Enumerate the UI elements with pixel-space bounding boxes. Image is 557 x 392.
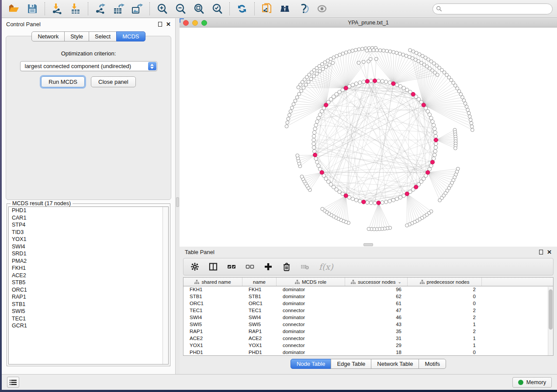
list-icon [10,379,17,385]
split-panel-button[interactable] [209,262,218,271]
tab-style[interactable]: Style [64,31,89,41]
delete-column-button[interactable] [282,262,291,271]
save-session-button[interactable] [25,2,39,16]
table-row[interactable]: RAP1RAP1dominator352 [183,328,553,335]
table-panel-tabs: Node TableEdge TableNetwork TableMotifs [180,359,557,369]
export-table-button[interactable] [112,2,126,16]
column-header-shared-name[interactable]: shared name [183,278,242,286]
table-row[interactable]: ACE2ACE2connector311 [183,335,553,342]
mcds-result-item[interactable]: PMA2 [9,258,168,265]
mcds-result-item[interactable]: ORC1 [9,286,168,294]
mcds-result-item[interactable]: STP4 [9,221,168,229]
maximize-window-icon[interactable] [201,20,207,26]
table-row[interactable]: YOX1YOX1connector291 [183,342,553,349]
tab-network-table[interactable]: Network Table [371,359,419,369]
table-cell: 47 [345,307,408,314]
mcds-result-item[interactable]: ACE2 [9,272,168,279]
export-image-icon [131,3,143,14]
function-builder-button[interactable]: f(x) [319,262,333,272]
table-row[interactable]: PHD1PHD1dominator180 [183,349,553,356]
optimization-criterion-select[interactable]: largest connected component (undirected) [20,61,157,71]
hide-selected-button[interactable] [297,2,311,16]
zoom-out-button[interactable] [173,2,187,16]
table-cell: 1 [408,321,482,328]
vertical-splitter-handle[interactable] [176,197,179,207]
table-scrollbar[interactable] [548,287,553,355]
add-column-button[interactable] [264,262,273,271]
show-panel-menu-button[interactable] [7,377,19,388]
tab-edge-table[interactable]: Edge Table [331,359,371,369]
hide-selected-icon [298,3,309,14]
zoom-fit-button[interactable] [192,2,206,16]
mcds-result-item[interactable]: STB5 [9,279,168,286]
mcds-result-item[interactable]: TID3 [9,229,168,236]
table-row[interactable]: SWI5SWI5connector431 [183,321,553,328]
save-floppy-icon [27,3,38,14]
open-session-button[interactable] [7,2,21,16]
float-table-panel-icon[interactable] [539,250,543,254]
search-input[interactable] [432,3,553,14]
mcds-result-item[interactable]: SWI5 [9,308,168,315]
deselect-all-rows-button[interactable] [246,262,254,271]
mcds-list-scrollbar[interactable] [163,207,168,364]
zoom-in-button[interactable] [155,2,169,16]
network-canvas[interactable] [180,28,557,247]
table-cell: 31 [345,335,408,342]
run-mcds-button[interactable]: Run MCDS [41,76,85,87]
minimize-window-icon[interactable] [192,20,198,26]
column-header-name[interactable]: name [242,278,277,286]
table-row[interactable]: STB1STB1dominator620 [183,293,553,300]
mcds-result-item[interactable]: TEC1 [9,315,168,323]
mcds-result-list[interactable]: PHD1CAR1STP4TID3YOX1SWI4SRD1PMA2FKH1ACE2… [8,206,169,364]
close-panel-button[interactable]: Close panel [91,76,136,87]
column-header-filler [482,278,553,286]
table-options-button[interactable] [190,262,199,271]
first-neighbors-button[interactable] [278,2,292,16]
status-bar: Memory [2,374,557,390]
tab-network[interactable]: Network [31,31,65,41]
table-row[interactable]: FKH1FKH1dominator962 [183,286,553,293]
cytoscape-window: Control Panel ✕ NetworkStyleSelectMCDS O… [2,0,557,390]
mcds-result-item[interactable]: RAP1 [9,293,168,301]
mcds-result-item[interactable]: PHD1 [9,207,168,214]
new-network-from-selection-button[interactable] [260,2,274,16]
close-table-panel-icon[interactable]: ✕ [547,249,552,255]
table-row[interactable]: TEC1TEC1connector472 [183,307,553,314]
table-row[interactable]: SWI4SWI4dominator462 [183,314,553,321]
delete-table-button[interactable] [301,262,309,271]
refresh-button[interactable] [235,2,249,16]
tab-select[interactable]: Select [89,31,117,41]
memory-button[interactable]: Memory [512,377,552,388]
column-header-MCDS-role[interactable]: MCDS role [277,278,345,286]
tab-motifs[interactable]: Motifs [419,359,446,369]
optimization-criterion-value: largest connected component (undirected) [25,63,131,69]
table-cell: YOX1 [183,342,242,349]
column-header-predecessor-nodes[interactable]: predecessor nodes [408,278,482,286]
export-network-button[interactable] [93,2,107,16]
select-all-rows-button[interactable] [227,262,236,271]
mcds-result-item[interactable]: YOX1 [9,236,168,243]
float-panel-icon[interactable] [158,22,162,27]
horizontal-splitter-handle[interactable] [363,243,373,246]
table-cell: connector [277,321,345,328]
mcds-result-item[interactable]: STB1 [9,301,168,308]
close-panel-icon[interactable]: ✕ [166,21,171,27]
export-image-button[interactable] [130,2,144,16]
import-network-button[interactable] [50,2,64,16]
memory-status-dot [518,380,523,385]
tab-mcds[interactable]: MCDS [116,31,145,41]
mcds-result-item[interactable]: SRD1 [9,250,168,258]
table-cell: 2 [408,286,482,293]
zoom-selected-button[interactable] [210,2,224,16]
mcds-result-item[interactable]: SWI4 [9,243,168,251]
column-header-successor-nodes[interactable]: successor nodes⌄ [345,278,408,286]
mcds-result-item[interactable]: GCR1 [9,322,168,330]
mcds-result-item[interactable]: CAR1 [9,214,168,222]
table-scrollbar-thumb[interactable] [549,289,553,330]
tab-node-table[interactable]: Node Table [291,359,332,369]
table-row[interactable]: ORC1ORC1dominator610 [183,300,553,307]
import-table-button[interactable] [69,2,83,16]
column-label: MCDS role [302,279,326,285]
mcds-result-item[interactable]: FKH1 [9,265,168,272]
show-all-button[interactable] [315,2,329,16]
